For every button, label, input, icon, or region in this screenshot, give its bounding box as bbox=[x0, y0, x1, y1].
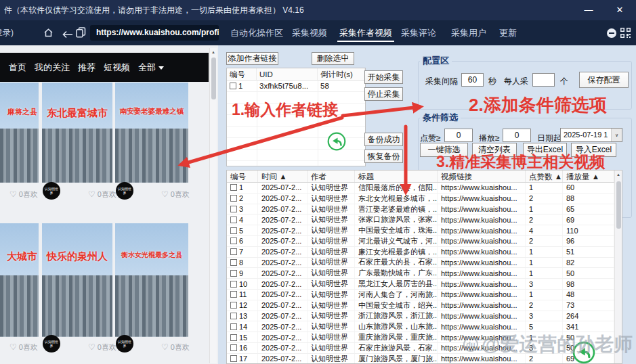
card-caption-row-1: ♡0喜欢 认知明世界 ♡0喜欢 认知明世界 ♡0喜欢 bbox=[0, 185, 209, 205]
video-card[interactable]: 南安娶老婆最难之镇 bbox=[115, 83, 188, 183]
row-checkbox[interactable] bbox=[230, 344, 237, 351]
video-card[interactable]: 快乐的泉州人 bbox=[42, 223, 112, 337]
start-collect-button[interactable]: 开始采集 bbox=[364, 70, 403, 84]
table-row[interactable]: 5 2025-07-2... 认知明世界 中国最安全城市，珠海... https… bbox=[227, 225, 622, 236]
row-checkbox[interactable] bbox=[230, 355, 237, 362]
column-author[interactable]: 作者 bbox=[308, 170, 355, 182]
video-card-title: 南安娶老婆最难之镇 bbox=[115, 107, 188, 116]
row-checkbox[interactable] bbox=[230, 237, 237, 244]
table-row[interactable]: 13 2025-07-2... 认知明世界 浙江旅游风景，浙江旅... http… bbox=[227, 311, 622, 322]
back-icon[interactable] bbox=[62, 29, 73, 41]
column-id[interactable]: 编号 bbox=[227, 68, 257, 80]
scrollbar-up-icon[interactable]: ▲ bbox=[615, 173, 622, 177]
column-id[interactable]: 编号 bbox=[227, 170, 258, 182]
video-card-title: 快乐的泉州人 bbox=[42, 250, 112, 263]
row-checkbox[interactable] bbox=[230, 270, 237, 277]
column-title[interactable]: 标题 bbox=[355, 170, 438, 182]
heart-icon: ♡ bbox=[161, 342, 169, 352]
table-row[interactable]: 14 2025-07-2... 认知明世界 山东旅游风景，山东旅... http… bbox=[227, 321, 622, 332]
video-card[interactable]: 衡水女光棍最多之县 bbox=[115, 223, 188, 337]
author-avatar[interactable]: 认知明世界 bbox=[43, 182, 60, 200]
config-group-title: 配置区 bbox=[420, 55, 452, 67]
video-card[interactable]: 东北最富城市 bbox=[42, 83, 112, 183]
annotation-step1: 1.输入作者链接 bbox=[232, 99, 338, 120]
row-checkbox[interactable] bbox=[230, 217, 237, 223]
table-row[interactable]: 10 2025-07-2... 认知明世界 黑龙江女人最厉害的县... http… bbox=[227, 279, 622, 290]
copy-pages-icon[interactable] bbox=[76, 27, 86, 41]
date-value: 2025-07-19 1 bbox=[564, 131, 608, 139]
row-checkbox[interactable] bbox=[230, 323, 237, 330]
row-checkbox[interactable] bbox=[230, 302, 237, 309]
author-avatar[interactable]: 认知明世界 bbox=[116, 182, 133, 200]
scrollbar-thumb[interactable] bbox=[616, 181, 621, 229]
menu-short-video[interactable]: 短视频 bbox=[104, 62, 130, 74]
menu-all-dropdown[interactable]: 全部 bbox=[138, 62, 164, 74]
stop-collect-button[interactable]: 停止采集 bbox=[364, 87, 403, 101]
table-row[interactable]: 9 2025-07-2... 认知明世界 广东最勤快城市，广东... https… bbox=[227, 268, 622, 279]
scrollbar-thumb[interactable] bbox=[211, 58, 216, 99]
table-row[interactable]: 2 2025-07-2... 认知明世界 东北女光棍最多城市，... https… bbox=[227, 194, 622, 204]
per-user-unit-label: 个 bbox=[560, 76, 568, 87]
home-icon[interactable] bbox=[43, 28, 54, 41]
author-row[interactable]: 1 3xfhk5t75u8... 58 bbox=[227, 81, 365, 92]
table-row[interactable]: 3 2025-07-2... 认知明世界 晋江娶老婆最难的镇，... https… bbox=[227, 204, 622, 215]
menu-home[interactable]: 首页 bbox=[9, 62, 26, 74]
close-button[interactable]: ✕ bbox=[608, 0, 631, 20]
row-checkbox[interactable] bbox=[230, 334, 237, 341]
tab-automation-area[interactable]: 自动化操作区 bbox=[230, 20, 283, 45]
per-user-input[interactable] bbox=[532, 73, 555, 87]
video-card[interactable]: 大城市 bbox=[0, 223, 39, 337]
scrollbar-up-icon[interactable]: ▲ bbox=[210, 50, 217, 54]
url-input[interactable]: https://www.kuaishou.com/profil bbox=[90, 25, 219, 41]
minus-circle-icon[interactable] bbox=[607, 28, 616, 38]
row-checkbox[interactable] bbox=[230, 206, 237, 212]
app-window: 件（本软件仅供学习交流使用，请勿用于非法用途，一切后果由使用者承担） V4.16… bbox=[0, 0, 636, 364]
menu-following[interactable]: 我的关注 bbox=[35, 62, 70, 74]
row-checkbox[interactable] bbox=[230, 248, 237, 255]
row-checkbox[interactable] bbox=[230, 83, 236, 89]
qr-code-icon[interactable] bbox=[620, 28, 631, 41]
menu-recommend[interactable]: 推荐 bbox=[78, 62, 96, 74]
select-caret-icon[interactable]: ∨ bbox=[611, 129, 622, 141]
row-checkbox[interactable] bbox=[230, 195, 237, 202]
like-count: ♡0喜欢 bbox=[9, 189, 38, 200]
save-config-button[interactable]: 保存配置 bbox=[579, 72, 629, 88]
like-count: ♡0喜欢 bbox=[88, 342, 116, 352]
author-avatar[interactable]: 认知明世界 bbox=[43, 335, 60, 352]
interval-input[interactable] bbox=[461, 73, 484, 87]
likes-filter-input[interactable] bbox=[444, 129, 473, 142]
table-row[interactable]: 7 2025-07-2... 认知明世界 廉江女光棍最多的镇，... https… bbox=[227, 247, 622, 258]
row-checkbox[interactable] bbox=[230, 227, 237, 234]
tab-update[interactable]: 更新 bbox=[499, 20, 517, 45]
column-countdown[interactable]: 倒计时(s) bbox=[318, 68, 365, 80]
minimize-button[interactable]: — bbox=[577, 0, 600, 20]
row-checkbox[interactable] bbox=[230, 259, 237, 266]
tab-collect-author-videos[interactable]: 采集作者视频 bbox=[339, 20, 392, 45]
row-checkbox[interactable] bbox=[230, 184, 237, 191]
table-row[interactable]: 1 2025-07-2... 认知明世界 信阳最落后的县，信阳... https… bbox=[227, 183, 622, 194]
add-author-link-button[interactable]: 添加作者链接 bbox=[226, 52, 278, 65]
column-time-sort[interactable]: 时间 ▲ bbox=[258, 170, 308, 182]
row-checkbox[interactable] bbox=[230, 291, 237, 298]
video-card[interactable]: 麻将之县 bbox=[0, 83, 39, 183]
author-avatar[interactable]: 认知明世界 bbox=[116, 335, 133, 352]
backup-success-button[interactable]: 备份成功 bbox=[364, 133, 403, 146]
table-row[interactable]: 12 2025-07-2... 认知明世界 中国最安全城市，绍兴... http… bbox=[227, 300, 622, 311]
table-row[interactable]: 4 2025-07-2... 认知明世界 张家口旅游风景，张家... https… bbox=[227, 214, 622, 225]
restore-backup-button[interactable]: 恢复备份 bbox=[364, 150, 403, 163]
column-uid[interactable]: UID bbox=[257, 68, 318, 80]
card-caption-row-2: ♡0喜欢 认知明世界 ♡0喜欢 认知明世界 ♡0喜欢 bbox=[0, 338, 209, 358]
plays-filter-input[interactable] bbox=[503, 129, 531, 142]
table-row[interactable]: 11 2025-07-2... 认知明世界 河南人集合了，河南旅... http… bbox=[227, 290, 622, 300]
table-row[interactable]: 8 2025-07-2... 认知明世界 石家庄最大的县，石家... https… bbox=[227, 258, 622, 269]
tab-collect-comments[interactable]: 采集评论 bbox=[401, 20, 436, 45]
browser-scrollbar[interactable]: ▲ bbox=[209, 48, 217, 363]
row-checkbox[interactable] bbox=[230, 313, 237, 319]
date-from-select[interactable]: 2025-07-19 1 ∨ bbox=[560, 128, 622, 142]
per-user-label: 每人采 bbox=[504, 76, 528, 87]
table-row[interactable]: 6 2025-07-2... 认知明世界 河北最讲义气城市，河... https… bbox=[227, 236, 622, 247]
tab-collect-videos[interactable]: 采集视频 bbox=[292, 20, 327, 45]
delete-selected-button[interactable]: 删除选中 bbox=[312, 52, 354, 65]
row-checkbox[interactable] bbox=[230, 281, 237, 288]
tab-collect-users[interactable]: 采集用户 bbox=[451, 20, 486, 45]
